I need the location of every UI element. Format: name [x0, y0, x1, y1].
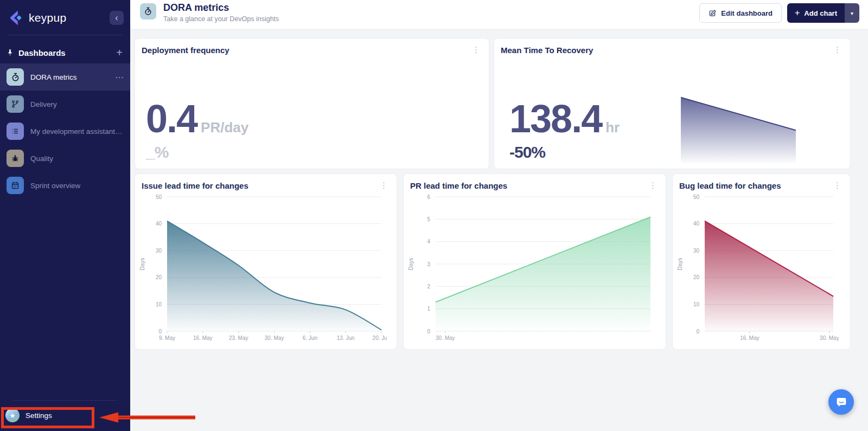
settings-divider	[13, 400, 117, 401]
svg-text:2: 2	[427, 284, 430, 290]
settings-section: ★ Settings	[0, 400, 130, 431]
dashboard-content: Deployment frequency ⋮ 0.4 PR/day _% Mea…	[130, 30, 868, 431]
svg-text:40: 40	[156, 221, 162, 227]
page-title: DORA metrics	[163, 3, 279, 13]
sidebar-item-delivery[interactable]: Delivery	[0, 91, 130, 118]
svg-text:1: 1	[427, 306, 430, 312]
settings-label: Settings	[25, 411, 52, 420]
svg-text:30: 30	[693, 248, 700, 254]
add-chart-label: Add chart	[804, 9, 837, 17]
bug-lead-time-chart: 0102030405016. May30. MayDays	[675, 192, 839, 345]
chevron-down-icon: ▾	[851, 10, 853, 16]
svg-text:20: 20	[693, 274, 700, 280]
metric-value: 0.4	[146, 99, 197, 138]
card-title: Mean Time To Recovery	[501, 46, 593, 55]
sidebar-item-sprint-overview[interactable]: Sprint overview	[0, 172, 130, 199]
card-issue-lead-time: Issue lead time for changes ⋮ 0102030405…	[135, 173, 397, 350]
svg-text:30. May: 30. May	[265, 335, 284, 341]
dashboards-label: Dashboards	[18, 48, 66, 57]
keypup-logo-icon	[7, 9, 24, 27]
svg-text:23. May: 23. May	[229, 335, 248, 341]
metric-delta: _%	[146, 143, 248, 162]
svg-text:20. Jun: 20. Jun	[373, 335, 387, 341]
svg-text:0: 0	[158, 329, 162, 334]
stopwatch-icon	[7, 68, 24, 86]
chat-bubble-icon	[835, 396, 848, 409]
card-title: Bug lead time for changes	[679, 181, 781, 190]
metric-value: 138.4	[509, 99, 602, 138]
pr-lead-time-chart: 012345630. MayDays	[406, 192, 656, 345]
svg-text:16. May: 16. May	[193, 335, 213, 341]
main-area: DORA metrics Take a glance at your DevOp…	[130, 0, 868, 431]
star-icon: ★	[9, 411, 16, 420]
svg-text:Days: Days	[677, 258, 683, 271]
svg-text:50: 50	[156, 194, 162, 200]
stopwatch-icon	[140, 3, 156, 20]
sidebar-item-my-development-assistant[interactable]: My development assistant (t...	[0, 118, 130, 145]
card-menu-icon[interactable]: ⋮	[648, 181, 658, 189]
svg-text:4: 4	[427, 239, 430, 245]
sidebar-item-label: My development assistant (t...	[30, 127, 124, 136]
edit-dashboard-button[interactable]: Edit dashboard	[699, 3, 782, 23]
svg-text:13. Jun: 13. Jun	[337, 335, 355, 341]
more-options-icon[interactable]: ⋯	[115, 72, 124, 82]
avatar: ★	[5, 408, 20, 422]
svg-text:5: 5	[427, 216, 430, 222]
add-chart-dropdown-button[interactable]: ▾	[845, 3, 859, 23]
svg-text:30. May: 30. May	[820, 335, 839, 341]
card-title: Deployment frequency	[142, 46, 229, 55]
sidebar-item-label: Quality	[30, 155, 53, 163]
card-menu-icon[interactable]: ⋮	[832, 181, 843, 189]
svg-text:40: 40	[693, 221, 700, 227]
sidebar-item-quality[interactable]: Quality	[0, 145, 130, 172]
svg-text:10: 10	[156, 301, 162, 307]
mttr-trend-sparkline	[681, 93, 796, 163]
edit-dashboard-label: Edit dashboard	[721, 9, 773, 17]
sidebar-item-label: Sprint overview	[30, 182, 80, 190]
card-pr-lead-time: PR lead time for changes ⋮ 012345630. Ma…	[403, 173, 666, 350]
svg-text:Days: Days	[408, 258, 414, 271]
metric-unit: hr	[605, 119, 620, 136]
svg-text:9. May: 9. May	[159, 335, 175, 341]
metric-unit: PR/day	[201, 119, 248, 136]
chevron-left-icon: ‹	[115, 13, 118, 23]
sidebar-item-label: DORA metrics	[30, 73, 77, 81]
logo-text: keypup	[29, 11, 67, 24]
svg-text:50: 50	[693, 194, 700, 200]
svg-text:0: 0	[427, 329, 430, 334]
svg-text:30: 30	[156, 248, 162, 254]
svg-text:0: 0	[696, 329, 699, 334]
settings-button[interactable]: ★ Settings	[0, 404, 130, 431]
metric-delta: -50%	[509, 143, 620, 162]
bug-icon	[7, 150, 24, 167]
plus-icon: +	[795, 8, 800, 18]
card-deployment-frequency: Deployment frequency ⋮ 0.4 PR/day _%	[135, 38, 489, 169]
svg-text:16. May: 16. May	[740, 335, 760, 341]
svg-text:Days: Days	[139, 258, 145, 271]
svg-text:3: 3	[427, 261, 430, 267]
page-subtitle: Take a glance at your DevOps insights	[163, 15, 279, 23]
sidebar-collapse-button[interactable]: ‹	[110, 11, 124, 25]
dashboards-header: Dashboards +	[0, 35, 130, 63]
card-title: PR lead time for changes	[410, 181, 507, 190]
plus-icon: +	[116, 47, 123, 59]
sidebar-item-dora-metrics[interactable]: DORA metrics ⋯	[0, 63, 130, 91]
chat-widget-button[interactable]	[828, 389, 854, 415]
page-header: DORA metrics Take a glance at your DevOp…	[130, 0, 868, 30]
sidebar: keypup ‹ Dashboards + DORA metrics ⋯	[0, 0, 130, 431]
svg-text:6: 6	[427, 194, 430, 200]
add-chart-button-group: + Add chart ▾	[787, 3, 859, 23]
card-menu-icon[interactable]: ⋮	[471, 46, 481, 54]
add-dashboard-button[interactable]: +	[116, 47, 123, 58]
card-menu-icon[interactable]: ⋮	[379, 181, 389, 189]
add-chart-button[interactable]: + Add chart	[787, 3, 845, 23]
pin-icon	[7, 49, 14, 56]
edit-pencil-icon	[709, 9, 717, 17]
card-menu-icon[interactable]: ⋮	[832, 46, 843, 54]
card-title: Issue lead time for changes	[142, 181, 248, 190]
sidebar-item-label: Delivery	[30, 100, 57, 108]
calendar-icon	[7, 177, 24, 194]
card-bug-lead-time: Bug lead time for changes ⋮ 010203040501…	[672, 173, 851, 350]
svg-text:20: 20	[156, 274, 162, 280]
git-branch-icon	[7, 95, 24, 113]
